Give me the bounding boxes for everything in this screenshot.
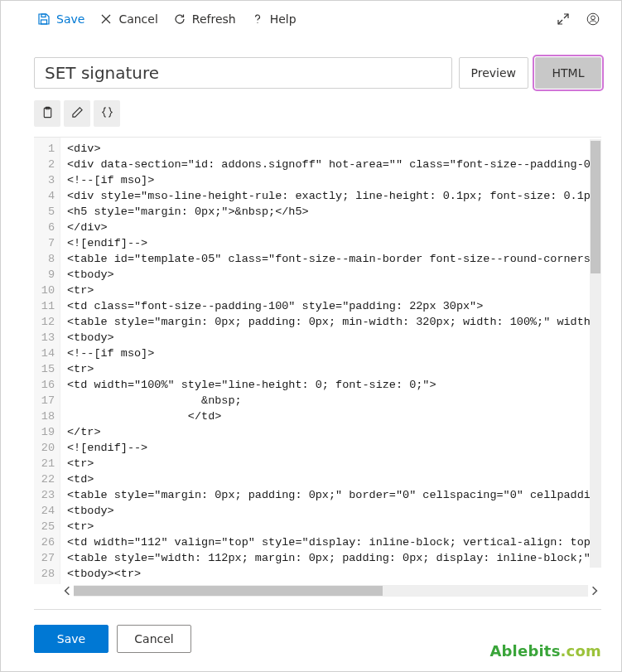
braces-icon [101,106,113,121]
code-line[interactable]: <div> [67,141,601,157]
code-line[interactable]: <tbody><tr> [67,566,601,582]
code-line[interactable]: <![endif]--> [67,440,601,456]
code-line[interactable]: <!--[if mso]> [67,346,601,361]
code-line[interactable]: <tbody> [67,330,601,346]
code-content[interactable]: <div><div data-section="id: addons.signo… [60,138,601,584]
signature-name-input[interactable]: SET signature [34,57,452,89]
expand-icon [557,12,570,26]
title-row: SET signature Preview HTML [1,57,621,89]
braces-button[interactable] [94,100,120,127]
code-line[interactable]: <tr> [67,519,601,534]
help-label: Help [270,12,297,26]
code-line[interactable]: <!--[if mso]> [67,172,601,188]
line-number: 15 [41,361,55,377]
signature-name-value: SET signature [45,63,159,83]
line-number: 11 [41,298,55,314]
refresh-icon [173,12,186,26]
line-number: 6 [41,220,55,235]
line-number: 27 [41,550,55,566]
line-number: 10 [41,283,55,298]
code-line[interactable]: <table id="template-05" class="font-size… [67,251,601,267]
editor-toolbar [1,89,621,133]
line-number: 26 [41,534,55,550]
save-button[interactable]: Save [34,625,108,653]
settings-panel: Save Cancel Refresh [0,0,622,672]
code-line[interactable]: </td> [67,409,601,424]
code-line[interactable]: &nbsp; [67,393,601,409]
line-number: 13 [41,330,55,346]
code-line[interactable]: <tbody> [67,267,601,283]
code-line[interactable]: <td class="font-size--padding-100" style… [67,298,601,314]
tab-html[interactable]: HTML [535,57,601,89]
command-bar: Save Cancel Refresh [1,1,621,37]
line-number: 5 [41,204,55,220]
code-line[interactable]: <td width="112" valign="top" style="disp… [67,534,601,550]
horizontal-scrollbar[interactable] [60,584,601,597]
cancel-button[interactable]: Cancel [117,625,191,653]
line-number: 19 [41,424,55,440]
refresh-command[interactable]: Refresh [173,12,236,26]
line-number: 22 [41,471,55,487]
footer: Save Cancel [1,610,621,671]
svg-point-3 [587,13,599,25]
code-line[interactable]: <tr> [67,361,601,377]
horizontal-scrollbar-thumb[interactable] [74,586,383,596]
save-command[interactable]: Save [37,12,84,26]
line-number: 18 [41,409,55,424]
line-number: 21 [41,456,55,471]
vertical-scrollbar-thumb[interactable] [591,141,600,273]
scroll-right-icon[interactable] [590,586,600,596]
paste-button[interactable] [34,100,60,127]
code-line[interactable]: <![endif]--> [67,235,601,251]
horizontal-scrollbar-track[interactable] [74,585,588,597]
code-line[interactable]: <h5 style="margin: 0px;">&nbsp;</h5> [67,204,601,220]
code-line[interactable]: <tbody> [67,503,601,519]
svg-rect-0 [41,20,47,24]
edit-button[interactable] [64,100,90,127]
x-icon [99,12,113,26]
cancel-command[interactable]: Cancel [99,12,157,26]
code-line[interactable]: </div> [67,220,601,235]
line-number: 16 [41,377,55,393]
tab-preview[interactable]: Preview [459,57,529,89]
line-number: 7 [41,235,55,251]
svg-point-2 [257,22,258,23]
line-number: 20 [41,440,55,456]
code-line[interactable]: <div data-section="id: addons.signoff" h… [67,157,601,172]
help-command[interactable]: Help [251,12,297,26]
line-number: 14 [41,346,55,361]
line-number: 8 [41,251,55,267]
line-number: 9 [41,267,55,283]
line-number: 1 [41,141,55,157]
save-icon [37,12,51,26]
expand-command[interactable] [557,12,570,26]
code-line[interactable]: <div style="mso-line-height-rule: exactl… [67,188,601,204]
scroll-left-icon[interactable] [62,586,72,596]
code-line[interactable]: <table style="width: 112px; margin: 0px;… [67,550,601,566]
help-icon [251,12,264,26]
vertical-scrollbar[interactable] [590,139,601,568]
svg-rect-1 [41,14,46,17]
code-line[interactable]: </tr> [67,424,601,440]
cancel-label: Cancel [118,12,157,26]
code-line[interactable]: <table style="margin: 0px; padding: 0px;… [67,314,601,330]
line-number: 2 [41,157,55,172]
code-line[interactable]: <td width="100%" style="line-height: 0; … [67,377,601,393]
svg-point-4 [591,16,595,20]
account-command[interactable] [585,11,601,27]
line-number-gutter: 1234567891011121314151617181920212223242… [34,138,60,584]
code-line[interactable]: <tr> [67,456,601,471]
refresh-label: Refresh [192,12,236,26]
line-number: 28 [41,566,55,582]
watermark: Ablebits.com [489,642,601,660]
code-line[interactable]: <td> [67,471,601,487]
code-editor-container: 1234567891011121314151617181920212223242… [34,137,601,597]
code-line[interactable]: <table style="margin: 0px; padding: 0px;… [67,487,601,503]
line-number: 29 [41,582,55,584]
code-editor[interactable]: 1234567891011121314151617181920212223242… [34,138,601,584]
line-number: 24 [41,503,55,519]
line-number: 3 [41,172,55,188]
line-number: 17 [41,393,55,409]
code-line[interactable] [67,582,601,584]
code-line[interactable]: <tr> [67,283,601,298]
